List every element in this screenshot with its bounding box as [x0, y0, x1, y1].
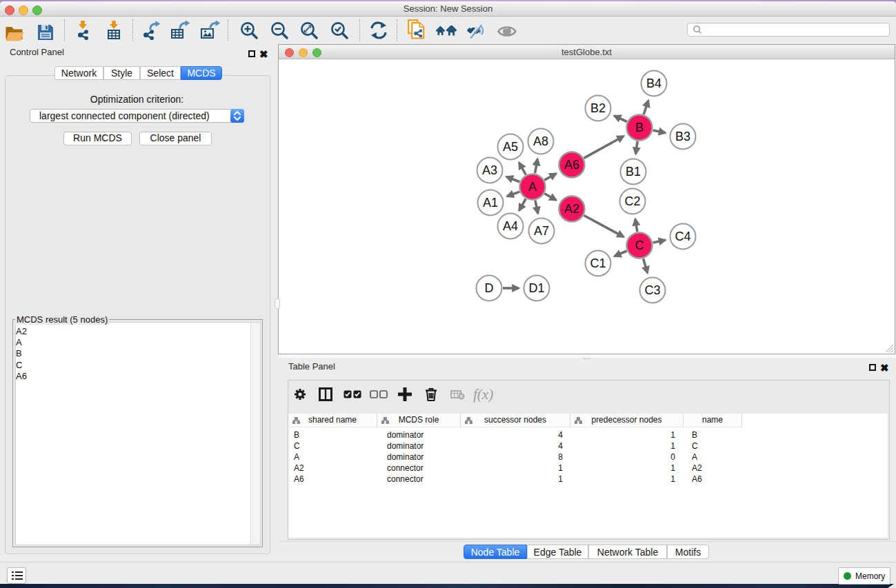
svg-text:A: A [528, 180, 537, 194]
svg-text:C3: C3 [644, 283, 660, 297]
svg-text:A7: A7 [534, 224, 549, 238]
svg-text:A1: A1 [483, 196, 498, 210]
svg-text:B: B [635, 121, 644, 134]
svg-text:D: D [485, 281, 494, 295]
svg-text:A5: A5 [503, 140, 518, 154]
svg-text:A3: A3 [482, 163, 497, 177]
svg-text:C: C [635, 239, 644, 252]
svg-text:C1: C1 [590, 256, 606, 270]
svg-text:B2: B2 [590, 101, 606, 115]
svg-text:C2: C2 [624, 194, 640, 208]
svg-text:A6: A6 [564, 158, 579, 172]
svg-text:B1: B1 [626, 165, 641, 179]
svg-text:A4: A4 [503, 219, 518, 233]
svg-text:A8: A8 [533, 134, 548, 148]
svg-text:B3: B3 [675, 130, 690, 143]
svg-text:C4: C4 [675, 230, 690, 243]
svg-text:D1: D1 [528, 281, 544, 295]
svg-text:A2: A2 [564, 202, 579, 216]
svg-text:B4: B4 [646, 77, 661, 90]
